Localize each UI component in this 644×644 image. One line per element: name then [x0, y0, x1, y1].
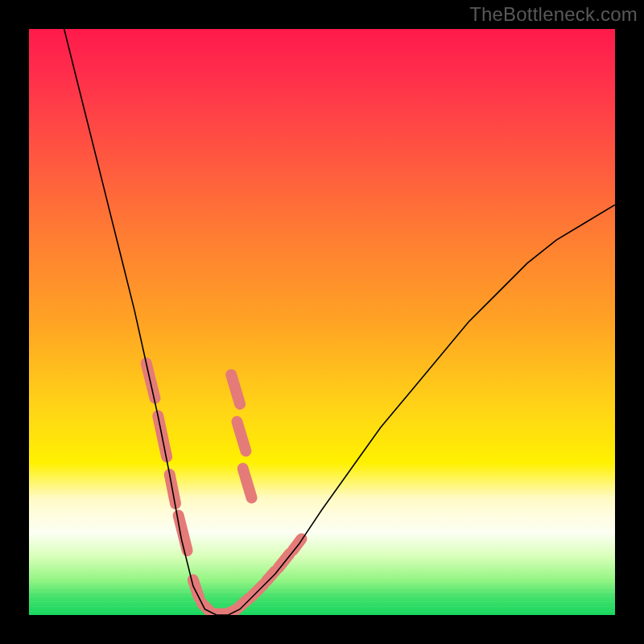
plot-area	[29, 29, 615, 615]
highlight-dash	[278, 554, 290, 568]
highlight-dash	[293, 539, 302, 551]
highlight-dash	[243, 469, 252, 497]
highlight-dashes	[147, 363, 302, 614]
chart-stage: TheBottleneck.com	[0, 0, 644, 644]
chart-svg	[29, 29, 615, 615]
highlight-dash	[252, 584, 264, 597]
bottleneck-curve	[64, 29, 615, 615]
highlight-dash	[231, 375, 240, 404]
watermark-text: TheBottleneck.com	[469, 3, 638, 26]
highlight-dash	[237, 422, 246, 451]
